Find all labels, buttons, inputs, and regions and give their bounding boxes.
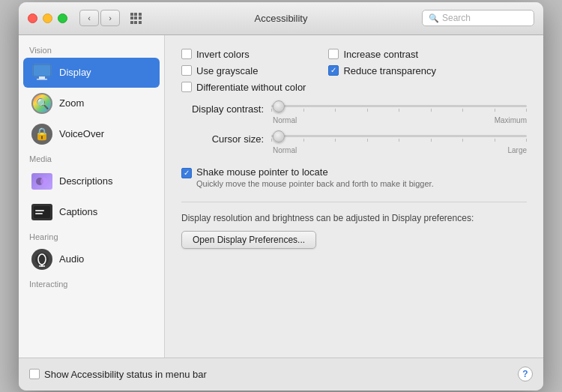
svg-rect-7 — [34, 206, 50, 218]
display-pref-text: Display resolution and brightness can be… — [181, 213, 527, 223]
captions-label: Captions — [59, 206, 97, 217]
cursor-size-label: Cursor size: — [181, 133, 264, 145]
invert-colors-label: Invert colors — [196, 49, 250, 60]
display-contrast-max: Maximum — [495, 116, 527, 124]
show-status-row: Show Accessibility status in menu bar — [29, 369, 207, 380]
display-contrast-labels: Normal Maximum — [181, 116, 527, 124]
section-vision: Vision — [19, 41, 164, 57]
shake-text: Shake mouse pointer to locate Quickly mo… — [196, 166, 434, 188]
shake-title: Shake mouse pointer to locate — [196, 166, 434, 178]
svg-rect-2 — [39, 76, 45, 79]
search-placeholder: Search — [442, 13, 471, 23]
show-status-label: Show Accessibility status in menu bar — [44, 369, 207, 380]
main-panel: Invert colors Use grayscale Differentiat… — [165, 35, 543, 358]
invert-colors-checkbox[interactable]: Invert colors — [181, 49, 306, 60]
shake-row: Shake mouse pointer to locate Quickly mo… — [181, 166, 527, 188]
open-display-preferences-button[interactable]: Open Display Preferences... — [181, 231, 316, 249]
increase-contrast-label: Increase contrast — [343, 49, 418, 60]
cursor-size-slider[interactable] — [271, 135, 527, 143]
cursor-size-max: Large — [507, 146, 527, 154]
voiceover-label: VoiceOver — [59, 128, 104, 139]
cursor-size-labels: Normal Large — [181, 146, 527, 154]
nav-buttons: ‹ › — [79, 10, 120, 26]
svg-rect-1 — [33, 64, 51, 76]
use-grayscale-checkbox[interactable]: Use grayscale — [181, 65, 306, 76]
cursor-size-min: Normal — [273, 146, 297, 154]
use-grayscale-cb[interactable] — [181, 65, 192, 76]
sidebar: Vision Display 🔍 — [19, 35, 165, 358]
display-contrast-row: Display contrast: — [181, 103, 527, 115]
display-contrast-thumb[interactable] — [273, 100, 285, 112]
differentiate-cb[interactable] — [181, 82, 192, 92]
svg-point-6 — [40, 178, 48, 185]
sidebar-item-audio[interactable]: Audio — [23, 244, 160, 274]
reduce-transparency-cb[interactable] — [328, 65, 339, 76]
search-box[interactable]: 🔍 Search — [422, 10, 534, 26]
window-title: Accessibility — [255, 13, 308, 24]
right-checkboxes: Increase contrast Reduce transparency — [328, 49, 436, 93]
increase-contrast-cb[interactable] — [328, 49, 339, 59]
chevron-left-icon: ‹ — [88, 13, 91, 22]
sidebar-item-descriptions[interactable]: Descriptions — [23, 166, 160, 196]
cursor-ticks — [271, 137, 527, 143]
slider-ticks — [271, 107, 527, 113]
increase-contrast-checkbox[interactable]: Increase contrast — [328, 49, 436, 60]
grid-icon — [130, 13, 142, 24]
back-button[interactable]: ‹ — [79, 10, 99, 26]
descriptions-icon — [31, 170, 53, 193]
zoom-label: Zoom — [59, 97, 84, 109]
display-contrast-track — [271, 105, 527, 107]
display-contrast-label: Display contrast: — [181, 103, 264, 115]
maximize-button[interactable] — [58, 13, 67, 23]
sidebar-item-voiceover[interactable]: 🔒 VoiceOver — [23, 119, 160, 149]
cursor-size-thumb[interactable] — [273, 130, 285, 142]
reduce-transparency-label: Reduce transparency — [343, 65, 436, 76]
display-icon — [31, 61, 53, 84]
display-contrast-section: Display contrast: Normal Max — [181, 103, 527, 124]
differentiate-label: Differentiate without color — [196, 82, 306, 93]
checkbox-row: Invert colors Use grayscale Differentiat… — [181, 49, 527, 93]
use-grayscale-label: Use grayscale — [196, 65, 258, 76]
shake-checkbox[interactable] — [181, 168, 192, 178]
audio-icon — [31, 248, 53, 271]
shake-section: Shake mouse pointer to locate Quickly mo… — [181, 166, 527, 188]
audio-label: Audio — [59, 253, 84, 265]
display-label: Display — [59, 67, 91, 78]
forward-button[interactable]: › — [100, 10, 120, 26]
close-button[interactable] — [28, 13, 37, 23]
cursor-size-section: Cursor size: Normal Large — [181, 133, 527, 154]
cursor-size-track — [271, 135, 527, 137]
minimize-button[interactable] — [43, 13, 52, 23]
descriptions-label: Descriptions — [59, 175, 113, 187]
left-checkboxes: Invert colors Use grayscale Differentiat… — [181, 49, 306, 93]
titlebar: ‹ › Accessibility 🔍 Search — [19, 2, 543, 35]
show-status-checkbox[interactable] — [29, 369, 40, 379]
display-contrast-min: Normal — [273, 116, 297, 124]
traffic-lights — [28, 13, 67, 23]
captions-icon — [31, 201, 53, 223]
chevron-right-icon: › — [109, 13, 112, 22]
invert-colors-cb[interactable] — [181, 49, 192, 59]
section-hearing: Hearing — [19, 228, 164, 244]
zoom-icon: 🔍 — [31, 92, 53, 115]
search-icon: 🔍 — [429, 13, 439, 23]
svg-rect-8 — [35, 210, 44, 211]
reduce-transparency-checkbox[interactable]: Reduce transparency — [328, 65, 436, 76]
sidebar-item-display[interactable]: Display — [23, 58, 160, 88]
help-button[interactable]: ? — [518, 367, 533, 382]
differentiate-color-checkbox[interactable]: Differentiate without color — [181, 82, 306, 93]
content-area: Vision Display 🔍 — [19, 35, 543, 358]
display-contrast-slider[interactable] — [271, 105, 527, 113]
display-pref-section: Display resolution and brightness can be… — [181, 202, 527, 249]
shake-description: Quickly move the mouse pointer back and … — [196, 179, 434, 188]
voiceover-icon: 🔒 — [31, 123, 53, 145]
section-media: Media — [19, 150, 164, 166]
section-interacting: Interacting — [19, 275, 164, 291]
svg-rect-3 — [37, 79, 47, 80]
app-grid-button[interactable] — [126, 10, 145, 26]
accessibility-window: ‹ › Accessibility 🔍 Search Vision — [19, 2, 543, 391]
sidebar-item-captions[interactable]: Captions — [23, 197, 160, 227]
bottom-bar: Show Accessibility status in menu bar ? — [19, 358, 543, 391]
cursor-size-row: Cursor size: — [181, 133, 527, 145]
sidebar-item-zoom[interactable]: 🔍 Zoom — [23, 88, 160, 118]
